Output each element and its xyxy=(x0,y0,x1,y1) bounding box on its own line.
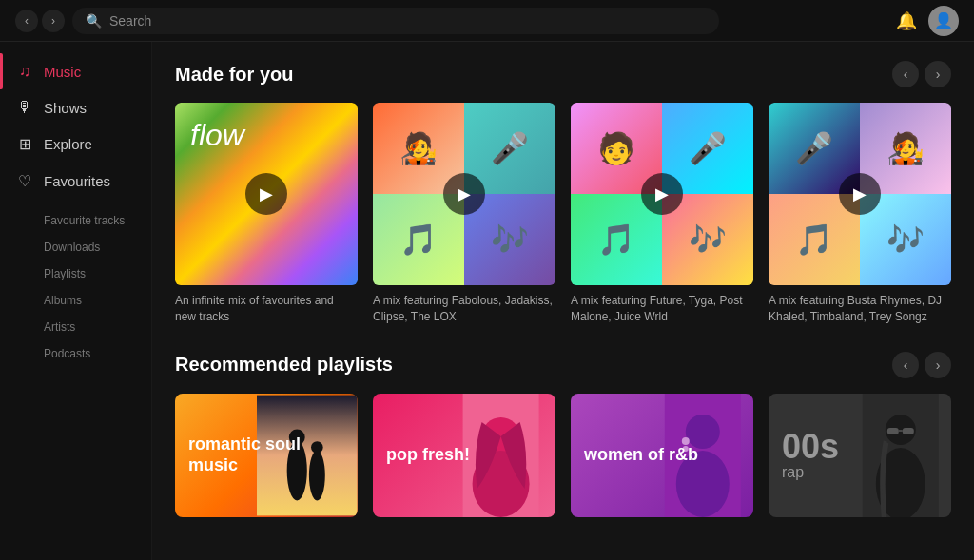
nav-back-button[interactable]: ‹ xyxy=(15,10,38,32)
heart-icon: ♡ xyxy=(15,172,34,190)
search-icon: 🔍 xyxy=(86,13,102,29)
search-bar: 🔍 xyxy=(72,8,719,34)
mix3-card-desc: A mix featuring Busta Rhymes, DJ Khaled,… xyxy=(769,293,951,325)
sidebar-item-explore[interactable]: ⊞ Explore xyxy=(0,126,151,163)
mix2-card-image: 🧑 🎤 🎵 🎶 ▶ xyxy=(571,103,753,285)
mix1-card[interactable]: 🧑‍🎤 🎤 🎵 🎶 ▶ A mix featuring Fabolous, Ja… xyxy=(373,103,555,325)
svg-point-9 xyxy=(686,415,720,449)
topbar-left: ‹ › 🔍 xyxy=(15,8,719,34)
recommended-header: Recommended playlists ‹ › xyxy=(175,352,951,378)
made-for-you-prev-button[interactable]: ‹ xyxy=(892,61,919,87)
flow-play-button[interactable]: ▶ xyxy=(245,173,287,215)
main-layout: ♫ Music 🎙 Shows ⊞ Explore ♡ Favourites F… xyxy=(0,42,974,560)
sidebar-sub-albums[interactable]: Albums xyxy=(0,287,151,314)
favourites-submenu: Favourite tracks Downloads Playlists Alb… xyxy=(0,207,151,367)
mix1-card-image: 🧑‍🎤 🎤 🎵 🎶 ▶ xyxy=(373,103,555,285)
flow-card[interactable]: flow ▶ An infinite mix of favourites and… xyxy=(175,103,358,325)
svg-rect-16 xyxy=(887,428,899,434)
playlist-romantic[interactable]: romantic soul music xyxy=(175,394,358,517)
mix3-card[interactable]: 🎤 🧑‍🎤 🎵 🎶 ▶ A mix featuring Busta Rhymes… xyxy=(769,103,951,325)
topbar-right: 🔔 👤 xyxy=(896,6,959,36)
rap-genre-label: rap xyxy=(782,464,839,481)
sidebar-item-shows-label: Shows xyxy=(44,100,87,116)
made-for-you-next-button[interactable]: › xyxy=(925,61,951,87)
svg-rect-17 xyxy=(903,428,914,434)
recommended-grid: romantic soul music xyxy=(175,394,951,517)
microphone-icon: 🎙 xyxy=(15,99,34,116)
grid-icon: ⊞ xyxy=(15,135,34,153)
mix2-card[interactable]: 🧑 🎤 🎵 🎶 ▶ A mix featuring Future, Tyga, … xyxy=(571,103,753,325)
playlist-romantic-bg: romantic soul music xyxy=(175,394,358,517)
flow-card-image: flow ▶ xyxy=(175,103,358,285)
flow-card-desc: An infinite mix of favourites and new tr… xyxy=(175,293,358,325)
rap-00s-label: 00s xyxy=(782,430,839,464)
mix3-play-button[interactable]: ▶ xyxy=(839,173,881,215)
rap-art xyxy=(850,394,951,517)
made-for-you-header: Made for you ‹ › xyxy=(175,61,951,87)
rap-silhouette xyxy=(850,394,951,517)
playlist-women-label: women of r&b xyxy=(584,445,698,466)
recommended-next-button[interactable]: › xyxy=(925,352,951,378)
mix1-play-button[interactable]: ▶ xyxy=(443,173,485,215)
sidebar-item-favourites[interactable]: ♡ Favourites xyxy=(0,163,151,200)
playlist-popfresh[interactable]: pop fresh! xyxy=(373,394,555,517)
content-area: Made for you ‹ › flow ▶ An infinite mix … xyxy=(152,42,974,560)
recommended-nav: ‹ › xyxy=(892,352,951,378)
sidebar-item-favourites-label: Favourites xyxy=(44,173,110,189)
made-for-you-grid: flow ▶ An infinite mix of favourites and… xyxy=(175,103,951,325)
playlist-romantic-label: romantic soul music xyxy=(188,434,344,475)
notification-bell-icon[interactable]: 🔔 xyxy=(896,10,917,31)
nav-arrows: ‹ › xyxy=(15,10,65,32)
playlist-popfresh-label: pop fresh! xyxy=(386,445,470,466)
playlist-women[interactable]: women of r&b xyxy=(571,394,753,517)
nav-forward-button[interactable]: › xyxy=(42,10,65,32)
mix2-card-desc: A mix featuring Future, Tyga, Post Malon… xyxy=(571,293,753,325)
mix3-card-image: 🎤 🧑‍🎤 🎵 🎶 ▶ xyxy=(769,103,951,285)
playlist-women-bg: women of r&b xyxy=(571,394,753,517)
playlist-popfresh-bg: pop fresh! xyxy=(373,394,555,517)
playlist-rap-bg: 00s rap xyxy=(769,394,951,517)
flow-label: flow xyxy=(190,118,244,153)
avatar[interactable]: 👤 xyxy=(928,6,959,36)
sidebar-item-music-label: Music xyxy=(44,64,81,80)
mix1-card-desc: A mix featuring Fabolous, Jadakiss, Clip… xyxy=(373,293,555,325)
made-for-you-nav: ‹ › xyxy=(892,61,951,87)
topbar: ‹ › 🔍 🔔 👤 xyxy=(0,0,974,42)
music-icon: ♫ xyxy=(15,63,34,80)
search-input[interactable] xyxy=(109,13,706,29)
sidebar-sub-playlists[interactable]: Playlists xyxy=(0,261,151,287)
recommended-prev-button[interactable]: ‹ xyxy=(892,352,919,378)
sidebar-item-explore-label: Explore xyxy=(44,136,92,152)
recommended-title: Recommended playlists xyxy=(175,354,393,376)
playlist-rap[interactable]: 00s rap xyxy=(769,394,951,517)
sidebar-item-shows[interactable]: 🎙 Shows xyxy=(0,89,151,126)
rap-text: 00s rap xyxy=(782,430,839,481)
sidebar-sub-favourite-tracks[interactable]: Favourite tracks xyxy=(0,207,151,234)
sidebar-sub-podcasts[interactable]: Podcasts xyxy=(0,340,151,367)
sidebar-item-music[interactable]: ♫ Music xyxy=(0,53,151,89)
mix2-play-button[interactable]: ▶ xyxy=(641,173,683,215)
sidebar: ♫ Music 🎙 Shows ⊞ Explore ♡ Favourites F… xyxy=(0,42,152,560)
made-for-you-title: Made for you xyxy=(175,64,293,86)
svg-point-11 xyxy=(682,437,690,445)
sidebar-sub-artists[interactable]: Artists xyxy=(0,314,151,340)
sidebar-sub-downloads[interactable]: Downloads xyxy=(0,234,151,261)
